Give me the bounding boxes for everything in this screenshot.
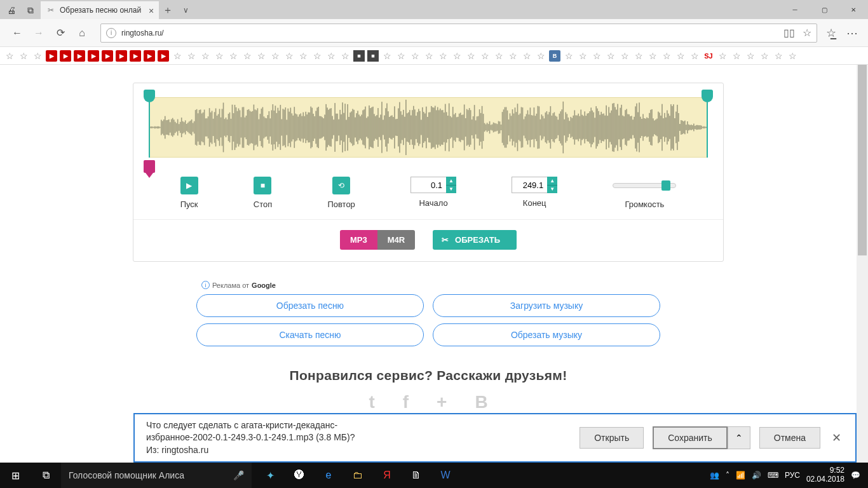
bookmark-icon[interactable]: ☆ — [563, 50, 574, 62]
share-vk-icon[interactable]: B — [475, 392, 487, 412]
window-maximize-button[interactable]: ▢ — [810, 0, 839, 19]
address-bar[interactable]: i ringtosha.ru/ ▯▯ ☆ — [100, 24, 817, 43]
bookmark-vk-icon[interactable]: B — [549, 50, 560, 62]
bookmark-icon[interactable]: ☆ — [731, 50, 742, 62]
nav-back-button[interactable]: ← — [8, 24, 27, 43]
bookmark-icon[interactable]: ☆ — [186, 50, 197, 62]
format-mp3-option[interactable]: MP3 — [340, 230, 377, 250]
bookmark-icon[interactable]: ☆ — [437, 50, 449, 62]
format-toggle[interactable]: MP3 M4R — [340, 230, 415, 250]
ad-link[interactable]: Обрезать музыку — [433, 323, 660, 346]
bookmark-icon[interactable]: ☆ — [214, 50, 225, 62]
taskbar-app-icon[interactable]: 🗎 — [402, 463, 431, 488]
taskbar-app-icon[interactable]: 🅨 — [285, 463, 314, 488]
bookmark-icon[interactable]: ☆ — [493, 50, 505, 62]
tray-chevron-icon[interactable]: ˄ — [726, 471, 729, 480]
bookmark-icon[interactable]: ☆ — [255, 50, 267, 62]
bookmark-sj-icon[interactable]: SJ — [703, 50, 714, 62]
bookmark-icon[interactable]: ☆ — [633, 50, 644, 62]
share-tumblr-icon[interactable]: t — [369, 392, 374, 412]
nav-home-button[interactable]: ⌂ — [72, 24, 92, 43]
tab-close-icon[interactable]: × — [149, 6, 154, 16]
bookmark-icon[interactable]: ☆ — [423, 50, 435, 62]
end-spin-down[interactable]: ▼ — [547, 186, 557, 194]
bookmark-icon[interactable]: ☆ — [773, 50, 784, 62]
bookmark-yt-icon[interactable]: ▶ — [130, 50, 141, 62]
bookmark-icon[interactable]: ☆ — [577, 50, 588, 62]
tray-people-icon[interactable]: 👥 — [710, 471, 719, 480]
download-save-button[interactable]: Сохранить — [653, 426, 728, 449]
bookmark-yt-icon[interactable]: ▶ — [144, 50, 155, 62]
share-facebook-icon[interactable]: f — [403, 392, 409, 412]
browser-tab[interactable]: ✂ Обрезать песню онлай × — [41, 1, 159, 19]
ad-info-icon[interactable]: i — [201, 281, 210, 289]
bookmark-icon[interactable]: ☆ — [200, 50, 211, 62]
start-time-input[interactable] — [410, 177, 446, 193]
bookmark-icon[interactable]: ☆ — [479, 50, 491, 62]
bookmark-box-icon[interactable]: ■ — [367, 50, 379, 62]
taskbar-app-icon[interactable]: ✦ — [255, 463, 285, 488]
bookmark-yt-icon[interactable]: ▶ — [158, 50, 169, 62]
bookmark-yt-icon[interactable]: ▶ — [46, 50, 57, 62]
reading-view-icon[interactable]: ▯▯ — [783, 27, 795, 39]
bookmark-icon[interactable]: ☆ — [647, 50, 658, 62]
bookmark-icon[interactable]: ☆ — [759, 50, 770, 62]
bookmark-yt-icon[interactable]: ▶ — [116, 50, 127, 62]
favorite-star-icon[interactable]: ☆ — [803, 27, 811, 39]
download-open-button[interactable]: Открыть — [580, 427, 644, 449]
tray-language[interactable]: РУС — [785, 471, 800, 480]
task-view-button[interactable]: ⧉ — [31, 463, 61, 488]
bookmark-icon[interactable]: ☆ — [297, 50, 309, 62]
ad-link[interactable]: Обрезать песню — [196, 294, 424, 317]
bookmark-icon[interactable]: ☆ — [409, 50, 421, 62]
tray-clock[interactable]: 9:52 02.04.2018 — [806, 466, 844, 484]
selection-handle-start[interactable] — [144, 90, 155, 102]
bookmark-icon[interactable]: ☆ — [32, 50, 43, 62]
vertical-scrollbar[interactable] — [857, 65, 868, 463]
selection-handle-end[interactable] — [702, 90, 713, 102]
bookmark-icon[interactable]: ☆ — [675, 50, 686, 62]
bookmark-icon[interactable]: ☆ — [339, 50, 351, 62]
bookmark-icon[interactable]: ☆ — [381, 50, 393, 62]
tray-notifications-icon[interactable]: 💬 — [851, 471, 860, 480]
taskbar-edge-icon[interactable]: e — [314, 463, 343, 488]
taskbar-explorer-icon[interactable]: 🗀 — [343, 463, 372, 488]
play-button[interactable]: ▶ — [180, 177, 198, 194]
bookmark-icon[interactable]: ☆ — [227, 50, 239, 62]
sys-icon-2[interactable]: ⧉ — [22, 1, 39, 19]
favorites-icon[interactable]: ☆̲ — [826, 26, 836, 40]
bookmark-icon[interactable]: ☆ — [619, 50, 630, 62]
bookmark-icon[interactable]: ☆ — [325, 50, 337, 62]
bookmark-icon[interactable]: ☆ — [507, 50, 519, 62]
share-google-icon[interactable]: + — [437, 392, 447, 412]
download-cancel-button[interactable]: Отмена — [759, 427, 820, 449]
stop-button[interactable]: ■ — [254, 177, 271, 194]
tray-volume-icon[interactable]: 🔊 — [752, 471, 761, 480]
bookmark-icon[interactable]: ☆ — [311, 50, 323, 62]
bookmark-icon[interactable]: ☆ — [451, 50, 463, 62]
bookmark-icon[interactable]: ☆ — [283, 50, 295, 62]
waveform-area[interactable] — [145, 91, 712, 164]
bookmark-icon[interactable]: ☆ — [535, 50, 546, 62]
start-button[interactable]: ⊞ — [0, 463, 31, 488]
bookmark-icon[interactable]: ☆ — [4, 50, 15, 62]
ad-link[interactable]: Загрузить музыку — [433, 294, 660, 317]
tray-keyboard-icon[interactable]: ⌨ — [768, 471, 778, 480]
bookmark-icon[interactable]: ☆ — [241, 50, 253, 62]
bookmark-icon[interactable]: ☆ — [605, 50, 616, 62]
bookmark-yt-icon[interactable]: ▶ — [102, 50, 113, 62]
format-m4r-option[interactable]: M4R — [377, 230, 415, 250]
volume-slider[interactable] — [613, 177, 676, 194]
bookmark-yt-icon[interactable]: ▶ — [60, 50, 71, 62]
start-spin-down[interactable]: ▼ — [446, 186, 456, 194]
sys-icon-1[interactable]: 🖨 — [3, 1, 20, 19]
cut-button[interactable]: ✂ ОБРЕЗАТЬ — [433, 230, 517, 250]
site-info-icon[interactable]: i — [106, 28, 116, 38]
bookmark-icon[interactable]: ☆ — [591, 50, 602, 62]
tray-network-icon[interactable]: 📶 — [736, 471, 745, 480]
end-spin-up[interactable]: ▲ — [547, 177, 557, 186]
bookmark-icon[interactable]: ☆ — [661, 50, 672, 62]
download-close-icon[interactable]: ✕ — [829, 431, 844, 445]
end-time-input[interactable] — [512, 177, 547, 193]
bookmark-icon[interactable]: ☆ — [395, 50, 407, 62]
